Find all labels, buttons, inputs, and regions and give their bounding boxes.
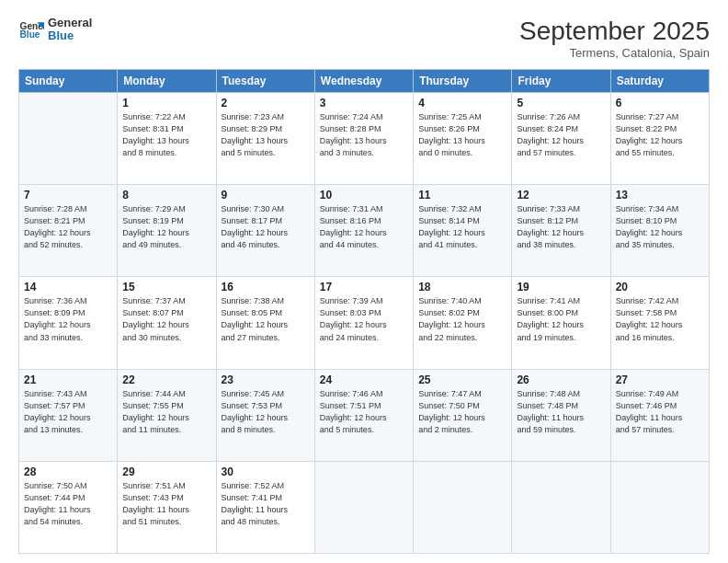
day-info: Sunrise: 7:45 AM Sunset: 7:53 PM Dayligh… xyxy=(222,388,310,436)
day-info: Sunrise: 7:51 AM Sunset: 7:43 PM Dayligh… xyxy=(122,480,210,528)
weekday-sunday: Sunday xyxy=(19,70,118,93)
calendar-cell xyxy=(610,461,709,553)
day-info: Sunrise: 7:41 AM Sunset: 8:00 PM Dayligh… xyxy=(517,295,605,343)
logo-text: General xyxy=(48,17,92,29)
day-number: 20 xyxy=(616,281,704,293)
week-row-1: 1Sunrise: 7:22 AM Sunset: 8:31 PM Daylig… xyxy=(19,93,710,185)
day-info: Sunrise: 7:36 AM Sunset: 8:09 PM Dayligh… xyxy=(24,295,112,343)
calendar-cell: 2Sunrise: 7:23 AM Sunset: 8:29 PM Daylig… xyxy=(216,93,314,185)
location: Termens, Catalonia, Spain xyxy=(519,46,710,60)
day-number: 28 xyxy=(24,465,112,478)
day-number: 1 xyxy=(122,97,210,109)
day-info: Sunrise: 7:32 AM Sunset: 8:14 PM Dayligh… xyxy=(418,203,506,251)
day-number: 30 xyxy=(222,465,310,478)
calendar-cell: 3Sunrise: 7:24 AM Sunset: 8:28 PM Daylig… xyxy=(314,93,413,185)
day-number: 8 xyxy=(122,189,210,201)
day-number: 2 xyxy=(222,97,310,109)
day-info: Sunrise: 7:40 AM Sunset: 8:02 PM Dayligh… xyxy=(418,295,506,343)
calendar-cell: 25Sunrise: 7:47 AM Sunset: 7:50 PM Dayli… xyxy=(414,369,512,461)
day-number: 26 xyxy=(517,373,605,386)
calendar-cell: 15Sunrise: 7:37 AM Sunset: 8:07 PM Dayli… xyxy=(118,277,216,369)
calendar-cell xyxy=(414,461,512,553)
day-info: Sunrise: 7:23 AM Sunset: 8:29 PM Dayligh… xyxy=(222,111,310,159)
day-number: 18 xyxy=(418,281,506,293)
calendar-cell: 19Sunrise: 7:41 AM Sunset: 8:00 PM Dayli… xyxy=(512,277,610,369)
calendar-cell xyxy=(512,461,610,553)
day-info: Sunrise: 7:38 AM Sunset: 8:05 PM Dayligh… xyxy=(222,295,310,343)
calendar-cell xyxy=(314,461,413,553)
calendar-cell xyxy=(19,93,118,185)
day-number: 7 xyxy=(24,189,112,201)
title-block: September 2025 Termens, Catalonia, Spain xyxy=(519,17,710,60)
day-info: Sunrise: 7:48 AM Sunset: 7:48 PM Dayligh… xyxy=(517,388,605,436)
calendar-cell: 14Sunrise: 7:36 AM Sunset: 8:09 PM Dayli… xyxy=(19,277,118,369)
calendar-cell: 7Sunrise: 7:28 AM Sunset: 8:21 PM Daylig… xyxy=(19,185,118,277)
day-number: 25 xyxy=(418,373,506,386)
day-number: 4 xyxy=(418,97,506,109)
week-row-2: 7Sunrise: 7:28 AM Sunset: 8:21 PM Daylig… xyxy=(19,185,710,277)
calendar-cell: 11Sunrise: 7:32 AM Sunset: 8:14 PM Dayli… xyxy=(414,185,512,277)
day-number: 23 xyxy=(222,373,310,386)
day-number: 6 xyxy=(616,97,704,109)
day-info: Sunrise: 7:26 AM Sunset: 8:24 PM Dayligh… xyxy=(517,111,605,159)
day-info: Sunrise: 7:43 AM Sunset: 7:57 PM Dayligh… xyxy=(24,388,112,436)
day-number: 3 xyxy=(320,97,408,109)
day-info: Sunrise: 7:33 AM Sunset: 8:12 PM Dayligh… xyxy=(517,203,605,251)
page-header: General Blue General Blue September 2025… xyxy=(18,17,710,60)
calendar-cell: 18Sunrise: 7:40 AM Sunset: 8:02 PM Dayli… xyxy=(414,277,512,369)
calendar-cell: 22Sunrise: 7:44 AM Sunset: 7:55 PM Dayli… xyxy=(118,369,216,461)
day-number: 19 xyxy=(517,281,605,293)
weekday-thursday: Thursday xyxy=(414,70,512,93)
day-info: Sunrise: 7:42 AM Sunset: 7:58 PM Dayligh… xyxy=(616,295,704,343)
day-number: 14 xyxy=(24,281,112,293)
weekday-saturday: Saturday xyxy=(610,70,709,93)
calendar-cell: 26Sunrise: 7:48 AM Sunset: 7:48 PM Dayli… xyxy=(512,369,610,461)
day-number: 16 xyxy=(222,281,310,293)
day-number: 27 xyxy=(616,373,704,386)
day-info: Sunrise: 7:25 AM Sunset: 8:26 PM Dayligh… xyxy=(418,111,506,159)
day-info: Sunrise: 7:30 AM Sunset: 8:17 PM Dayligh… xyxy=(222,203,310,251)
day-number: 22 xyxy=(122,373,210,386)
svg-text:Blue: Blue xyxy=(20,30,40,40)
day-info: Sunrise: 7:46 AM Sunset: 7:51 PM Dayligh… xyxy=(320,388,408,436)
logo-icon: General Blue xyxy=(18,17,44,42)
day-info: Sunrise: 7:39 AM Sunset: 8:03 PM Dayligh… xyxy=(320,295,408,343)
weekday-monday: Monday xyxy=(118,70,216,93)
logo: General Blue General Blue xyxy=(18,17,92,43)
day-info: Sunrise: 7:49 AM Sunset: 7:46 PM Dayligh… xyxy=(616,388,704,436)
month-title: September 2025 xyxy=(519,17,710,46)
day-number: 21 xyxy=(24,373,112,386)
calendar: SundayMondayTuesdayWednesdayThursdayFrid… xyxy=(18,69,710,554)
calendar-cell: 13Sunrise: 7:34 AM Sunset: 8:10 PM Dayli… xyxy=(610,185,709,277)
weekday-wednesday: Wednesday xyxy=(314,70,413,93)
calendar-cell: 6Sunrise: 7:27 AM Sunset: 8:22 PM Daylig… xyxy=(610,93,709,185)
day-info: Sunrise: 7:31 AM Sunset: 8:16 PM Dayligh… xyxy=(320,203,408,251)
calendar-cell: 5Sunrise: 7:26 AM Sunset: 8:24 PM Daylig… xyxy=(512,93,610,185)
calendar-cell: 28Sunrise: 7:50 AM Sunset: 7:44 PM Dayli… xyxy=(19,461,118,553)
calendar-cell: 24Sunrise: 7:46 AM Sunset: 7:51 PM Dayli… xyxy=(314,369,413,461)
week-row-3: 14Sunrise: 7:36 AM Sunset: 8:09 PM Dayli… xyxy=(19,277,710,369)
calendar-cell: 17Sunrise: 7:39 AM Sunset: 8:03 PM Dayli… xyxy=(314,277,413,369)
calendar-cell: 10Sunrise: 7:31 AM Sunset: 8:16 PM Dayli… xyxy=(314,185,413,277)
calendar-cell: 30Sunrise: 7:52 AM Sunset: 7:41 PM Dayli… xyxy=(216,461,314,553)
week-row-4: 21Sunrise: 7:43 AM Sunset: 7:57 PM Dayli… xyxy=(19,369,710,461)
calendar-cell: 12Sunrise: 7:33 AM Sunset: 8:12 PM Dayli… xyxy=(512,185,610,277)
day-info: Sunrise: 7:28 AM Sunset: 8:21 PM Dayligh… xyxy=(24,203,112,251)
week-row-5: 28Sunrise: 7:50 AM Sunset: 7:44 PM Dayli… xyxy=(19,461,710,553)
day-number: 24 xyxy=(320,373,408,386)
calendar-cell: 21Sunrise: 7:43 AM Sunset: 7:57 PM Dayli… xyxy=(19,369,118,461)
day-number: 5 xyxy=(517,97,605,109)
calendar-cell: 16Sunrise: 7:38 AM Sunset: 8:05 PM Dayli… xyxy=(216,277,314,369)
day-info: Sunrise: 7:27 AM Sunset: 8:22 PM Dayligh… xyxy=(616,111,704,159)
day-info: Sunrise: 7:50 AM Sunset: 7:44 PM Dayligh… xyxy=(24,480,112,528)
day-info: Sunrise: 7:24 AM Sunset: 8:28 PM Dayligh… xyxy=(320,111,408,159)
weekday-tuesday: Tuesday xyxy=(216,70,314,93)
calendar-cell: 8Sunrise: 7:29 AM Sunset: 8:19 PM Daylig… xyxy=(118,185,216,277)
day-info: Sunrise: 7:34 AM Sunset: 8:10 PM Dayligh… xyxy=(616,203,704,251)
day-number: 10 xyxy=(320,189,408,201)
day-info: Sunrise: 7:47 AM Sunset: 7:50 PM Dayligh… xyxy=(418,388,506,436)
calendar-cell: 20Sunrise: 7:42 AM Sunset: 7:58 PM Dayli… xyxy=(610,277,709,369)
calendar-cell: 27Sunrise: 7:49 AM Sunset: 7:46 PM Dayli… xyxy=(610,369,709,461)
calendar-cell: 23Sunrise: 7:45 AM Sunset: 7:53 PM Dayli… xyxy=(216,369,314,461)
logo-blue: Blue xyxy=(48,29,92,42)
